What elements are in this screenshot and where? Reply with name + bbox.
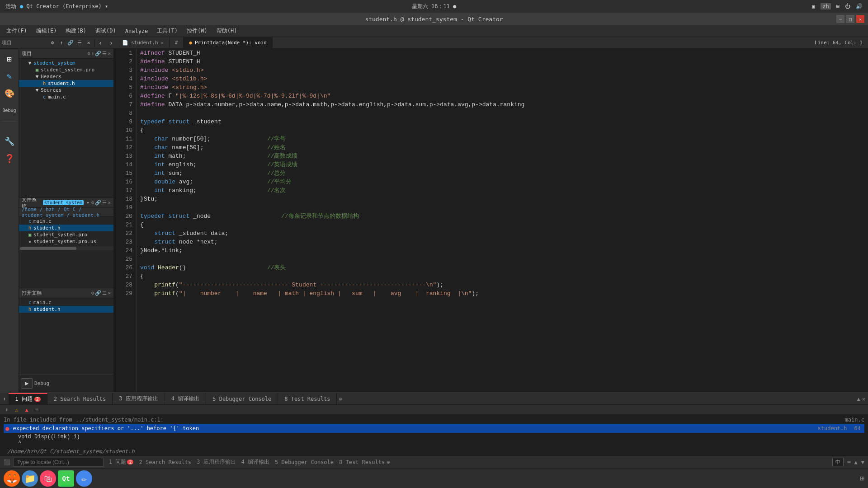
project-filter-icon[interactable]: ⚙: [87, 51, 90, 56]
app-files[interactable]: 📁: [22, 470, 38, 487]
btm-tab2-txt[interactable]: 2 Search Results: [139, 459, 191, 465]
close-panel-btn[interactable]: ✕: [85, 39, 93, 47]
btm-tab8-txt[interactable]: 8 Test Results: [339, 459, 385, 465]
issues-warning-icon[interactable]: ⚠: [13, 406, 21, 414]
menu-file[interactable]: 文件(F): [2, 26, 32, 36]
tree-main-c[interactable]: c main.c: [19, 94, 113, 100]
nav-forward[interactable]: ›: [106, 38, 117, 48]
fs-close-icon[interactable]: ✕: [108, 200, 111, 206]
issue-error-row[interactable]: ● expected declaration specifiers or '..…: [4, 424, 864, 433]
app-editor[interactable]: ✏: [76, 470, 92, 487]
fs-pro[interactable]: ▣ student_system.pro: [19, 231, 113, 238]
tree-item-pro[interactable]: ▣ student_system.pro: [19, 66, 113, 73]
tree-headers[interactable]: ▼ Headers: [19, 73, 113, 80]
code-editor[interactable]: 1 2 3 4 5 6 7 8 9 10 11 12 13 14 15 16 1…: [116, 49, 868, 392]
projects-btn[interactable]: 🔧: [1, 133, 18, 149]
menu-help[interactable]: 帮助(H): [212, 26, 242, 36]
code-lines[interactable]: #ifndef STUDENT_H #define STUDENT_H #inc…: [137, 49, 868, 392]
fs-scrollbar[interactable]: [19, 246, 113, 250]
filter-btn[interactable]: ⚙: [48, 39, 57, 47]
tab-hash[interactable]: #: [170, 37, 184, 49]
tab-close-student-h[interactable]: ✕: [161, 40, 164, 45]
menu-edit[interactable]: 编辑(E): [32, 26, 61, 36]
lang-btn[interactable]: zh: [821, 3, 830, 9]
tab-issues[interactable]: 1 问题 2: [9, 393, 47, 405]
issues-menu-icon[interactable]: ≡: [33, 406, 41, 414]
minimize-button[interactable]: ─: [836, 15, 844, 23]
fs-pro-us[interactable]: ▪ student_system.pro.us: [19, 238, 113, 245]
window-icon[interactable]: ▣: [812, 3, 815, 9]
collapse-bottom-btn[interactable]: ▲: [854, 459, 858, 465]
od-student-h[interactable]: h student.h: [19, 306, 113, 313]
tab-compile[interactable]: 4 编译输出: [165, 393, 206, 405]
taskbar-grid-icon[interactable]: ⊞: [860, 474, 864, 483]
tab-printfdata[interactable]: ● Printfdata(Node *): void: [184, 37, 273, 49]
od-close-icon[interactable]: ✕: [108, 290, 111, 296]
menu-tools[interactable]: 工具(T): [152, 26, 182, 36]
welcome-btn[interactable]: ⊞: [1, 51, 18, 67]
fs-student-h[interactable]: h student.h: [19, 225, 113, 231]
collapse-btn[interactable]: ↑: [57, 39, 66, 47]
od-list-icon[interactable]: ☰: [102, 290, 107, 296]
debug-btn[interactable]: Debug: [1, 102, 18, 118]
menu-debug[interactable]: 调试(D): [91, 26, 121, 36]
bottom-expand-icon[interactable]: ⬆: [0, 396, 9, 402]
keyboard-icon[interactable]: ⌨: [847, 459, 850, 465]
btm-tab5-txt[interactable]: 5 Debugger Console: [275, 459, 334, 465]
tab-student-h[interactable]: 📄 student.h ✕: [117, 37, 170, 49]
volume-icon[interactable]: 🔊: [856, 3, 863, 9]
btm-tab4-txt[interactable]: 4 编译输出: [241, 458, 269, 466]
edit-btn[interactable]: ✎: [1, 68, 18, 84]
expand-bottom-btn[interactable]: ▼: [861, 459, 864, 465]
power-icon[interactable]: ⏻: [845, 3, 850, 9]
project-up-icon[interactable]: ↑: [91, 51, 94, 56]
project-close-icon[interactable]: ✕: [108, 51, 111, 56]
menu-build[interactable]: 构建(B): [61, 26, 91, 36]
locate-expand-icon[interactable]: ⬛: [4, 459, 10, 465]
od-link-icon[interactable]: 🔗: [95, 290, 101, 296]
tab-app-output[interactable]: 3 应用程序输出: [113, 393, 165, 405]
design-btn[interactable]: 🎨: [1, 85, 18, 101]
issues-error-icon[interactable]: ▲: [23, 406, 31, 414]
lang-zh-btn[interactable]: 中: [832, 458, 844, 466]
more-tabs-btn[interactable]: ⊕: [337, 396, 344, 402]
fs-list-icon[interactable]: ☰: [102, 200, 107, 206]
run-button[interactable]: ▶: [21, 378, 33, 389]
activity-label[interactable]: 活动: [5, 3, 16, 10]
tab-search[interactable]: 2 Search Results: [47, 393, 113, 405]
issues-filter-icon[interactable]: ⬆: [3, 406, 11, 414]
help-btn[interactable]: ❓: [1, 150, 18, 166]
tree-sources[interactable]: ▼ Sources: [19, 87, 113, 94]
app-qt-creator[interactable]: Qt: [58, 470, 74, 487]
btm-more-icon[interactable]: ⊕: [387, 459, 390, 465]
od-main-c[interactable]: c main.c: [19, 299, 113, 306]
tab-debugger[interactable]: 5 Debugger Console: [206, 393, 278, 405]
fs-main-c[interactable]: c main.c: [19, 218, 113, 225]
panel-close-btn[interactable]: ✕: [862, 396, 865, 402]
project-link-icon[interactable]: 🔗: [95, 51, 101, 56]
link-btn[interactable]: 🔗: [66, 39, 75, 47]
app-name[interactable]: ● Qt Creator (Enterprise) ▾: [20, 3, 108, 9]
app-software[interactable]: 🛍: [40, 470, 56, 487]
network-icon[interactable]: ⊞: [836, 3, 840, 9]
maximize-button[interactable]: □: [846, 15, 854, 23]
nav-back[interactable]: ‹: [95, 38, 106, 48]
tree-student-h[interactable]: h student.h: [19, 80, 113, 87]
menu-controls[interactable]: 控件(W): [182, 26, 212, 36]
project-list-btn[interactable]: ☰: [75, 39, 84, 47]
app-firefox[interactable]: 🦊: [4, 470, 20, 487]
locate-input[interactable]: [13, 458, 104, 467]
line-11: char number[50]; //学号: [140, 135, 864, 143]
close-button[interactable]: ✕: [856, 15, 864, 23]
tree-root[interactable]: ▼ student_system: [19, 60, 113, 66]
menu-analyze[interactable]: Analyze: [121, 27, 153, 35]
fs-filter-icon[interactable]: ⚙: [91, 200, 94, 206]
fs-link-icon[interactable]: 🔗: [95, 200, 101, 206]
project-list-icon[interactable]: ☰: [102, 51, 107, 56]
btm-tab3-txt[interactable]: 3 应用程序输出: [197, 458, 236, 466]
filesystem-dropdown[interactable]: ▾: [86, 200, 90, 206]
tab-test[interactable]: 8 Test Results: [278, 393, 337, 405]
btm-tab1-txt[interactable]: 1 问题: [109, 458, 126, 466]
od-filter-icon[interactable]: ⚙: [91, 290, 94, 296]
panel-up-btn[interactable]: ▲: [857, 396, 860, 402]
